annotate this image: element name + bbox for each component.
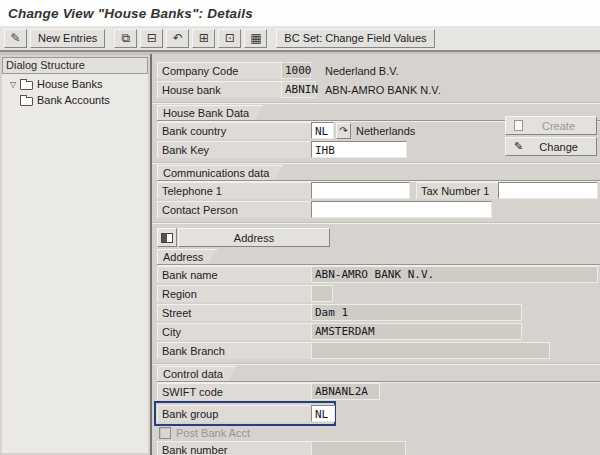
control-data-caption: Control data <box>157 366 237 381</box>
delete-button[interactable]: ⊟ <box>140 29 163 48</box>
display-change-toggle-button[interactable]: ✎ <box>4 29 27 48</box>
address-toolbar: Address <box>157 228 600 247</box>
address-button[interactable]: Address <box>178 228 330 247</box>
bank-branch-field <box>311 342 550 359</box>
dialog-structure-tree: ▽ House Banks Bank Accounts <box>2 74 148 108</box>
sap-window: Change View "House Banks": Details ✎ New… <box>0 0 600 455</box>
street-label: Street <box>157 304 311 321</box>
swift-code-label: SWIFT code <box>157 383 311 400</box>
swift-code-row: SWIFT code ABNANL2A <box>157 382 600 401</box>
delete-icon: ⊟ <box>147 32 157 44</box>
bank-group-label: Bank group <box>157 405 311 422</box>
telephone-row: Telephone 1 Tax Number 1 <box>157 181 600 200</box>
city-label: City <box>157 323 311 340</box>
region-row: Region <box>157 284 600 303</box>
company-code-description: Nederland B.V. <box>325 65 399 77</box>
application-toolbar: ✎ New Entries ⧉ ⊟ ↶ ⊞ ⊡ ▦ BC Set: Change… <box>0 26 600 52</box>
telephone-input[interactable] <box>311 182 410 199</box>
create-button: Create <box>505 116 597 135</box>
new-entries-button[interactable]: New Entries <box>30 29 105 48</box>
change-button-label: Change <box>533 141 596 153</box>
house-bank-description: ABN-AMRO BANK N.V. <box>325 84 441 96</box>
contact-person-row: Contact Person <box>157 200 600 219</box>
bank-country-description: Netherlands <box>356 125 415 137</box>
company-code-field: 1000 <box>281 62 311 79</box>
group-separator <box>152 222 600 224</box>
tree-item-label: Bank Accounts <box>37 94 110 106</box>
street-row: Street Dam 1 <box>157 303 600 322</box>
bank-group-input[interactable] <box>311 405 335 422</box>
bank-branch-row: Bank Branch <box>157 341 600 360</box>
value-help-icon: ↷ <box>339 125 347 136</box>
undo-icon: ↶ <box>173 32 183 44</box>
tax-number-label: Tax Number 1 <box>416 182 498 199</box>
post-bank-acct-label: Post Bank Acct <box>176 427 250 439</box>
house-bank-data-caption: House Bank Data <box>157 105 263 120</box>
blank-page-icon <box>514 120 523 131</box>
bank-number-row: Bank number <box>157 440 600 455</box>
display-change-icon: ✎ <box>10 32 20 44</box>
deselect-all-icon: ▦ <box>250 32 261 44</box>
bank-key-input[interactable] <box>311 141 407 158</box>
expander-icon[interactable]: ▽ <box>7 80 19 89</box>
bank-country-label: Bank country <box>157 122 311 139</box>
company-code-row: Company Code 1000 Nederland B.V. <box>157 61 600 80</box>
house-bank-field: ABNIN <box>281 81 316 98</box>
copy-icon: ⧉ <box>122 32 131 44</box>
region-label: Region <box>157 285 311 302</box>
house-bank-row: House bank ABNIN ABN-AMRO BANK N.V. <box>157 80 600 99</box>
copy-button[interactable]: ⧉ <box>114 29 137 48</box>
bank-country-input[interactable] <box>311 122 334 139</box>
group-separator <box>152 102 600 104</box>
bc-set-button[interactable]: BC Set: Change Field Values <box>276 29 434 48</box>
bank-group-highlight: Bank group <box>154 401 336 426</box>
value-help-button[interactable]: ↷ <box>336 123 351 139</box>
contact-person-input[interactable] <box>311 201 492 218</box>
company-code-label: Company Code <box>157 62 281 79</box>
address-caption: Address <box>157 249 217 264</box>
bank-number-label: Bank number <box>157 441 311 455</box>
address-detail-button[interactable] <box>157 228 177 247</box>
open-folder-icon <box>20 81 33 90</box>
select-block-button[interactable]: ⊡ <box>218 29 241 48</box>
swift-code-field: ABNANL2A <box>311 383 380 400</box>
communications-caption-row: Communications data <box>157 166 600 181</box>
details-panel: Company Code 1000 Nederland B.V. House b… <box>150 54 600 455</box>
tax-number-input[interactable] <box>498 182 598 199</box>
bank-branch-label: Bank Branch <box>157 342 311 359</box>
bank-name-row: Bank name ABN-AMRO BANK N.V. <box>157 265 600 284</box>
contact-person-label: Contact Person <box>157 201 311 218</box>
closed-folder-icon <box>20 97 33 106</box>
bank-number-field <box>311 441 406 455</box>
street-field: Dam 1 <box>311 304 522 321</box>
tree-item-label: House Banks <box>37 78 102 90</box>
communications-caption: Communications data <box>157 165 283 180</box>
select-all-button[interactable]: ⊞ <box>192 29 215 48</box>
bank-key-label: Bank Key <box>157 141 311 158</box>
address-detail-icon <box>161 233 173 243</box>
city-field: AMSTERDAM <box>311 323 522 340</box>
change-button[interactable]: ✎ Change <box>505 137 597 156</box>
deselect-all-button[interactable]: ▦ <box>244 29 267 48</box>
undo-button[interactable]: ↶ <box>166 29 189 48</box>
region-field <box>311 285 333 302</box>
bank-name-field: ABN-AMRO BANK N.V. <box>311 266 598 283</box>
dialog-structure-pane: Dialog Structure ▽ House Banks Bank Acco… <box>2 57 148 453</box>
city-row: City AMSTERDAM <box>157 322 600 341</box>
telephone-label: Telephone 1 <box>157 182 311 199</box>
title-bar: Change View "House Banks": Details <box>0 0 600 26</box>
select-all-icon: ⊞ <box>199 32 209 44</box>
post-bank-acct-checkbox <box>159 427 171 439</box>
bank-name-label: Bank name <box>157 266 311 283</box>
page-title: Change View "House Banks": Details <box>8 6 253 21</box>
group-separator <box>152 363 600 365</box>
tree-item-bank-accounts[interactable]: Bank Accounts <box>2 92 148 108</box>
house-bank-label: House bank <box>157 81 281 98</box>
group-separator <box>152 162 600 164</box>
dialog-structure-header: Dialog Structure <box>2 57 148 74</box>
address-caption-row: Address <box>157 250 600 265</box>
pencil-icon: ✎ <box>514 140 523 153</box>
tree-item-house-banks[interactable]: ▽ House Banks <box>2 76 148 92</box>
control-data-caption-row: Control data <box>157 367 600 382</box>
post-bank-acct-row: Post Bank Acct <box>157 426 600 440</box>
